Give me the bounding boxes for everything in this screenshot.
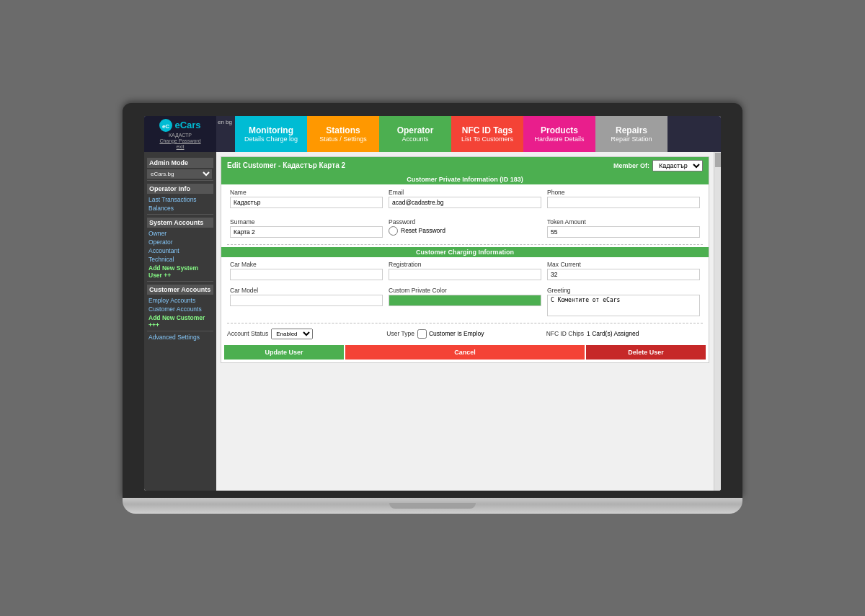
car-model-field: Car Model [227, 285, 386, 319]
registration-input[interactable] [389, 269, 541, 280]
car-make-label: Car Make [230, 261, 383, 268]
admin-mode-label: Admin Mode [147, 158, 213, 168]
ecars-logo-icon: eC [159, 119, 172, 132]
token-amount-input[interactable] [547, 226, 700, 238]
registration-field: Registration [386, 259, 544, 282]
email-field: Email [386, 187, 544, 210]
car-make-input[interactable] [230, 269, 383, 280]
nfc-chips-field: NFC ID Chips 1 Card(s) Assigned [546, 330, 703, 338]
custom-color-field: Custom Private Color [386, 285, 544, 319]
system-accounts-title: System Accounts [147, 218, 213, 228]
surname-label: Surname [230, 218, 383, 226]
email-input[interactable] [389, 197, 541, 208]
brand-subtitle: КАДАСТР [169, 133, 192, 138]
max-current-input[interactable] [547, 269, 700, 280]
scroll-thumb[interactable] [715, 153, 721, 167]
customer-is-employ-label: Customer Is Employ [429, 330, 484, 337]
max-current-label: Max Current [547, 261, 700, 268]
operator-select[interactable]: eCars.bg [147, 169, 212, 179]
employ-accounts-link[interactable]: Employ Accounts [147, 296, 213, 305]
delete-user-button[interactable]: Delete User [586, 345, 706, 360]
custom-color-label: Custom Private Color [389, 287, 541, 294]
owner-link[interactable]: Owner [147, 229, 213, 238]
email-label: Email [389, 189, 541, 196]
customer-is-employ-checkbox[interactable] [417, 329, 427, 339]
password-label: Password [389, 218, 541, 226]
greeting-label: Greeting [547, 287, 700, 294]
name-input[interactable] [230, 197, 383, 208]
user-type-label: User Type [386, 330, 414, 337]
member-of-select[interactable]: Кадастър [652, 160, 703, 171]
charging-info-section-header: Customer Charging Information [221, 247, 709, 257]
exit-link[interactable]: exit [177, 144, 185, 149]
tab-products[interactable]: Products Hardware Details [523, 116, 595, 152]
tab-monitoring[interactable]: Monitoring Details Charge log [235, 116, 307, 152]
surname-input[interactable] [230, 226, 383, 238]
button-row: Update User Cancel Delete User [221, 342, 709, 362]
reset-password-radio[interactable] [389, 226, 398, 236]
sidebar: Admin Mode eCars.bg Operator Info Last T… [144, 152, 216, 491]
account-status-field: Account Status Enabled Disabled [227, 329, 383, 339]
tab-nfc[interactable]: NFC ID Tags List To Customers [451, 116, 523, 152]
main-content: Edit Customer - Кадастър Карта 2 Member … [216, 152, 714, 491]
nfc-chips-label: NFC ID Chips [546, 330, 584, 337]
member-of-label: Member Of: [613, 162, 649, 169]
form-title: Edit Customer - Кадастър Карта 2 [227, 161, 345, 169]
form-row-1: Name Email Phone [221, 184, 709, 213]
operator-info-title: Operator Info [147, 184, 213, 194]
surname-field: Surname [227, 217, 386, 239]
color-picker[interactable] [389, 295, 541, 306]
last-transactions-link[interactable]: Last Transactions [147, 195, 213, 204]
account-status-select[interactable]: Enabled Disabled [271, 329, 313, 339]
account-status-label: Account Status [227, 330, 268, 337]
token-amount-label: Token Amount [547, 218, 700, 226]
greeting-input[interactable]: С Коментите от еCars [547, 295, 700, 316]
form-row-2: Surname Password Reset Password [221, 214, 709, 242]
form-header: Edit Customer - Кадастър Карта 2 Member … [221, 157, 709, 174]
charging-row-1: Car Make Registration Max Current [221, 257, 709, 284]
advanced-settings-link[interactable]: Advanced Settings [147, 333, 213, 342]
car-model-input[interactable] [230, 295, 383, 306]
technical-link[interactable]: Technical [147, 255, 213, 264]
password-field: Password Reset Password [386, 217, 544, 239]
scrollbar[interactable] [714, 152, 721, 491]
add-new-customer-link[interactable]: Add New Customer +++ [147, 313, 213, 329]
name-field: Name [227, 187, 386, 210]
max-current-field: Max Current [544, 259, 703, 282]
svg-text:eC: eC [162, 123, 169, 130]
tab-operator[interactable]: Operator Accounts [379, 116, 451, 152]
registration-label: Registration [389, 261, 541, 268]
customer-info-section-header: Customer Private Information (ID 183) [221, 174, 709, 184]
phone-field: Phone [544, 187, 703, 210]
customer-accounts-link[interactable]: Customer Accounts [147, 305, 213, 313]
user-type-field: User Type Customer Is Employ [386, 329, 543, 339]
tab-stations[interactable]: Stations Status / Settings [307, 116, 379, 152]
change-password-link[interactable]: Change Password [159, 138, 200, 143]
update-user-button[interactable]: Update User [224, 345, 344, 360]
phone-input[interactable] [547, 197, 700, 208]
balances-link[interactable]: Balances [147, 204, 213, 213]
token-amount-field: Token Amount [544, 217, 703, 239]
member-of-area: Member Of: Кадастър [613, 160, 703, 171]
brand-name: eCars [174, 120, 200, 130]
laptop-hinge [389, 503, 476, 509]
nav-tabs: Monitoring Details Charge log Stations S… [235, 116, 721, 152]
reset-password-label: Reset Password [401, 227, 445, 234]
operator-link[interactable]: Operator [147, 238, 213, 246]
greeting-field: Greeting С Коментите от еCars [544, 285, 703, 319]
nfc-chips-value: 1 Card(s) Assigned [587, 330, 639, 337]
phone-label: Phone [547, 189, 700, 196]
status-row: Account Status Enabled Disabled User Typ… [221, 326, 709, 342]
cancel-button[interactable]: Cancel [345, 345, 585, 360]
edit-customer-form: Edit Customer - Кадастър Карта 2 Member … [221, 156, 709, 363]
tab-repairs[interactable]: Repairs Repair Station [595, 116, 667, 152]
customer-accounts-title: Customer Accounts [147, 285, 213, 295]
car-model-label: Car Model [230, 287, 383, 294]
language-selector[interactable]: en bg [218, 119, 232, 125]
accountant-link[interactable]: Accountant [147, 246, 213, 255]
name-label: Name [230, 189, 383, 196]
add-system-user-link[interactable]: Add New System User ++ [147, 264, 213, 280]
charging-row-2: Car Model Custom Private Color Greeting … [221, 284, 709, 321]
car-make-field: Car Make [227, 259, 386, 282]
